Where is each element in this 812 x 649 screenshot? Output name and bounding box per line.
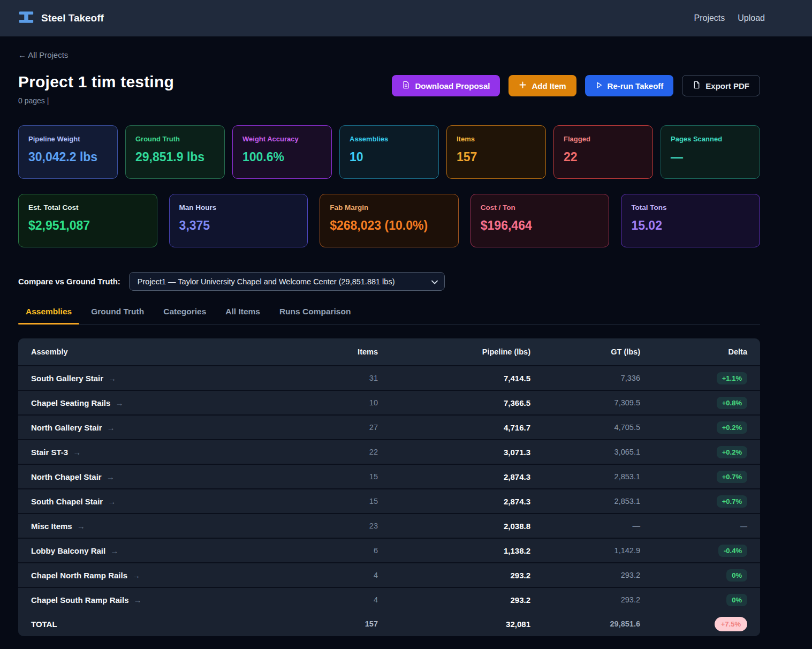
items-count: 31 — [308, 374, 378, 382]
stat-label: Est. Total Cost — [28, 203, 147, 212]
arrow-right-icon: → — [77, 522, 85, 531]
stat-card: Man Hours 3,375 — [169, 194, 308, 247]
table-row[interactable]: Stair ST-3 → 22 3,071.3 3,065.1 +0.2% — [18, 439, 760, 464]
stat-card: Est. Total Cost $2,951,087 — [18, 194, 157, 247]
arrow-right-icon: → — [73, 448, 81, 457]
stat-label: Cost / Ton — [481, 203, 599, 212]
gt-lbs: — — [530, 522, 640, 530]
table-total-row: TOTAL 157 32,081 29,851.6 +7.5% — [18, 612, 760, 636]
delta-badge: +0.2% — [717, 446, 747, 458]
ground-truth-select[interactable]: Project1 — Taylor University Chapel and … — [129, 272, 445, 291]
arrow-right-icon: → — [110, 546, 118, 555]
plus-icon — [519, 81, 527, 90]
table-row[interactable]: North Gallery Stair → 27 4,716.7 4,705.5… — [18, 414, 760, 439]
items-count: 10 — [308, 398, 378, 407]
stat-value: — — [671, 150, 750, 164]
delta-badge: +0.7% — [717, 495, 747, 508]
assemblies-table: Assembly Items Pipeline (lbs) GT (lbs) D… — [18, 338, 760, 636]
arrow-right-icon: → — [132, 571, 140, 580]
pipeline-lbs: 3,071.3 — [378, 448, 530, 457]
arrow-right-icon: → — [115, 398, 123, 407]
rerun-takeoff-button[interactable]: Re-run Takeoff — [585, 75, 674, 96]
stat-label: Weight Accuracy — [242, 135, 322, 143]
stat-label: Total Tons — [631, 203, 750, 212]
arrow-right-icon: → — [108, 497, 116, 506]
stat-card: Pipeline Weight 30,042.2 lbs — [18, 125, 118, 179]
col-header-delta: Delta — [640, 348, 747, 356]
gt-lbs: 293.2 — [530, 571, 640, 579]
assembly-name: South Gallery Stair — [31, 374, 103, 383]
table-row[interactable]: Chapel Seating Rails → 10 7,366.5 7,309.… — [18, 390, 760, 414]
tab[interactable]: Categories — [156, 307, 214, 324]
assembly-name: South Chapel Stair — [31, 497, 103, 506]
stat-card: Weight Accuracy 100.6% — [232, 125, 332, 179]
pipeline-lbs: 2,874.3 — [378, 472, 530, 481]
stat-value: 15.02 — [631, 218, 750, 233]
delta-badge: 0% — [726, 569, 747, 582]
assembly-name: North Gallery Stair — [31, 423, 102, 432]
tab[interactable]: All Items — [218, 307, 268, 324]
stats-row-1: Pipeline Weight 30,042.2 lbs Ground Trut… — [18, 125, 760, 179]
items-count: 4 — [308, 595, 378, 604]
tab[interactable]: Assemblies — [18, 307, 79, 324]
delta-badge: -0.4% — [718, 545, 747, 557]
tab[interactable]: Runs Comparison — [272, 307, 358, 324]
assembly-name: Chapel Seating Rails — [31, 398, 110, 407]
stat-value: $2,951,087 — [28, 218, 147, 233]
file-icon — [693, 81, 701, 90]
gt-lbs: 3,065.1 — [530, 448, 640, 456]
gt-lbs: 7,309.5 — [530, 398, 640, 407]
export-pdf-button[interactable]: Export PDF — [682, 75, 760, 96]
page-title: Project 1 tim testing — [18, 73, 174, 91]
back-all-projects-link[interactable]: ← All Projects — [18, 50, 68, 59]
items-count: 15 — [308, 472, 378, 481]
pipeline-lbs: 7,414.5 — [378, 374, 530, 383]
delta-badge: +1.1% — [717, 372, 747, 384]
arrow-right-icon: → — [108, 374, 116, 383]
table-row[interactable]: South Chapel Stair → 15 2,874.3 2,853.1 … — [18, 488, 760, 513]
top-nav: Steel Takeoff Projects Upload — [0, 0, 812, 36]
table-row[interactable]: South Gallery Stair → 31 7,414.5 7,336 +… — [18, 365, 760, 390]
gt-lbs: 2,853.1 — [530, 497, 640, 505]
stat-label: Man Hours — [179, 203, 298, 212]
tab[interactable]: Ground Truth — [84, 307, 151, 324]
chevron-down-icon — [431, 277, 438, 286]
nav-projects-link[interactable]: Projects — [694, 13, 725, 23]
table-row[interactable]: Misc Items → 23 2,038.8 — — — [18, 513, 760, 538]
page-meta: 0 pages | — [18, 96, 174, 105]
delta-badge: 0% — [726, 594, 747, 606]
pipeline-lbs: 293.2 — [378, 571, 530, 580]
stat-value: 29,851.9 lbs — [135, 150, 215, 164]
assembly-name: Lobby Balcony Rail — [31, 546, 105, 555]
stat-label: Pipeline Weight — [28, 135, 108, 143]
download-proposal-button[interactable]: Download Proposal — [392, 75, 500, 96]
table-row[interactable]: Chapel North Ramp Rails → 4 293.2 293.2 … — [18, 562, 760, 587]
stat-value: 157 — [457, 150, 536, 164]
total-delta-badge: +7.5% — [715, 617, 747, 631]
gt-lbs: 293.2 — [530, 595, 640, 604]
stat-card: Ground Truth 29,851.9 lbs — [125, 125, 225, 179]
pipeline-lbs: 2,038.8 — [378, 522, 530, 531]
col-header-items: Items — [308, 348, 378, 356]
stat-card: Pages Scanned — — [661, 125, 760, 179]
delta-badge: — — [735, 520, 747, 532]
gt-lbs: 7,336 — [530, 374, 640, 382]
col-header-assembly: Assembly — [31, 348, 308, 356]
pipeline-lbs: 1,138.2 — [378, 546, 530, 555]
table-row[interactable]: Lobby Balcony Rail → 6 1,138.2 1,142.9 -… — [18, 538, 760, 562]
tab-bar: Assemblies Ground Truth Categories All I… — [18, 307, 760, 324]
nav-upload-link[interactable]: Upload — [738, 13, 765, 23]
table-row[interactable]: Chapel South Ramp Rails → 4 293.2 293.2 … — [18, 587, 760, 612]
assembly-name: Chapel South Ramp Rails — [31, 595, 129, 605]
add-item-button[interactable]: Add Item — [509, 75, 576, 96]
items-count: 22 — [308, 448, 378, 456]
stat-card: Cost / Ton $196,464 — [470, 194, 610, 247]
table-header-row: Assembly Items Pipeline (lbs) GT (lbs) D… — [18, 338, 760, 365]
stat-value: 3,375 — [179, 218, 298, 233]
stat-card: Items 157 — [446, 125, 546, 179]
table-row[interactable]: North Chapel Stair → 15 2,874.3 2,853.1 … — [18, 464, 760, 488]
stat-value: $268,023 (10.0%) — [330, 218, 449, 233]
stat-label: Pages Scanned — [671, 135, 750, 143]
stat-card: Total Tons 15.02 — [621, 194, 760, 247]
pipeline-lbs: 2,874.3 — [378, 497, 530, 506]
